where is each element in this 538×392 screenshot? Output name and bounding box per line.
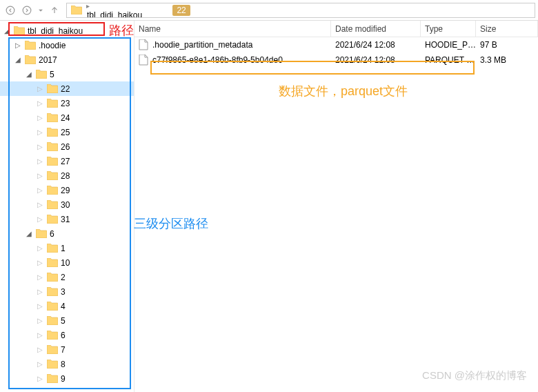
tree-node[interactable]: ▷5 [0,313,134,328]
tree-toggle-leaf: ▷ [36,157,44,166]
tree-label: 25 [61,128,70,137]
header-date[interactable]: Date modified [331,21,421,37]
watermark: CSDN @涂作权的博客 [422,369,527,382]
tree-collapse-icon[interactable]: ◢ [14,56,22,64]
tree-node[interactable]: ▷25 [0,125,134,139]
folder-icon [14,26,25,35]
recent-dropdown[interactable] [36,3,46,18]
cell-size: 3.3 MB [476,55,538,65]
file-icon [139,55,148,66]
folder-icon [47,273,58,282]
tree-node[interactable]: ▷10 [0,255,134,270]
up-button[interactable] [47,3,62,18]
tree-toggle-leaf: ▷ [36,201,44,209]
folder-icon [47,374,58,383]
tree-expand-icon[interactable]: ▷ [14,41,22,50]
forward-button[interactable] [19,3,34,18]
tree-node[interactable]: ▷7 [0,342,134,357]
folder-icon [47,244,58,253]
back-button[interactable] [3,3,18,18]
folder-icon [47,200,58,209]
folder-icon [47,128,58,137]
tree-toggle-leaf: ▷ [36,346,44,354]
tree-label: 6 [50,229,54,239]
tree-node[interactable]: ◢6 [0,226,134,241]
tree-toggle-leaf: ▷ [36,114,44,122]
tree-node[interactable]: ▷4 [0,299,134,313]
tree-collapse-icon[interactable]: ◢ [3,27,11,35]
folder-icon [47,84,58,93]
header-type[interactable]: Type [421,21,476,37]
tree-label: 24 [61,113,70,123]
header-name[interactable]: Name [134,21,331,37]
tree-node[interactable]: ▷28 [0,168,134,183]
tree-label: 10 [61,258,70,268]
breadcrumb-current[interactable]: 22 [172,5,190,16]
cell-type: HOODIE_P… [421,40,476,50]
tree-collapse-icon[interactable]: ◢ [25,230,33,238]
tree-toggle-leaf: ▷ [36,259,44,267]
folder-icon [36,70,47,79]
file-row[interactable]: .hoodie_partition_metadata2021/6/24 12:0… [134,37,538,52]
tree-node[interactable]: ▷23 [0,96,134,110]
tree-node[interactable]: ▷29 [0,183,134,197]
cell-date: 2021/6/24 12:08 [331,55,421,65]
tree-toggle-leaf: ▷ [36,215,44,224]
tree-toggle-leaf: ▷ [36,85,44,93]
tree-toggle-leaf: ▷ [36,331,44,340]
folder-icon [25,55,36,64]
tree-label: 4 [61,302,66,311]
folder-icon [25,41,36,50]
tree-node[interactable]: ▷22 [0,81,134,96]
tree-node[interactable]: ▷1 [0,241,134,255]
file-list: Name Date modified Type Size .hoodie_par… [134,21,538,392]
folder-icon [71,6,82,14]
folder-icon [47,171,58,180]
folder-icon [47,287,58,296]
cell-date: 2021/6/24 12:08 [331,40,421,50]
folder-icon [36,229,47,238]
tree-node[interactable]: ▷27 [0,154,134,168]
folder-icon [47,331,58,340]
tree-label: 2017 [39,55,57,65]
tree-node[interactable]: ◢5 [0,67,134,81]
tree-toggle-leaf: ▷ [36,360,44,369]
tree-node[interactable]: ▷30 [0,197,134,212]
tree-node[interactable]: ▷.hoodie [0,38,134,52]
tree-node[interactable]: ◢2017 [0,52,134,67]
tree-node[interactable]: ▷8 [0,357,134,371]
folder-icon [47,360,58,369]
file-name-text: c77f9865-e8e1-486b-8fb9-5b04de0 [152,55,283,65]
tree-toggle-leaf: ▷ [36,128,44,137]
tree-label: 7 [61,345,66,355]
breadcrumb[interactable]: HDFS Connections▸node1.itcast.cn:50070▸h… [66,3,535,18]
header-size[interactable]: Size [476,21,538,37]
file-icon [139,39,148,50]
cell-name: c77f9865-e8e1-486b-8fb9-5b04de0 [134,55,331,66]
tree-node[interactable]: ▷2 [0,270,134,284]
tree-toggle-leaf: ▷ [36,99,44,108]
tree-label: 8 [61,360,66,369]
tree-toggle-leaf: ▷ [36,375,44,383]
tree-node[interactable]: ▷9 [0,371,134,386]
file-row[interactable]: c77f9865-e8e1-486b-8fb9-5b04de02021/6/24… [134,52,538,68]
tree-node[interactable]: ▷3 [0,284,134,299]
tree-node[interactable]: ▷31 [0,212,134,226]
folder-icon [47,345,58,354]
tree-label: .hoodie [39,41,66,50]
folder-icon [47,113,58,122]
tree-label: 26 [61,142,70,152]
tree-collapse-icon[interactable]: ◢ [25,70,33,79]
file-name-text: .hoodie_partition_metadata [152,40,252,50]
tree-node[interactable]: ▷26 [0,139,134,154]
tree-node[interactable]: ▷6 [0,328,134,342]
tree-label: 3 [61,287,66,297]
tree-label: 23 [61,99,70,108]
tree-label: 2 [61,273,66,282]
breadcrumb-item[interactable]: tbl_didi_haikou [85,10,170,18]
folder-icon [47,258,58,267]
tree-label: tbl_didi_haikou [28,26,83,36]
tree-label: 22 [61,84,70,94]
annotation-label-path: 路径 [109,22,134,39]
tree-node[interactable]: ▷24 [0,110,134,125]
